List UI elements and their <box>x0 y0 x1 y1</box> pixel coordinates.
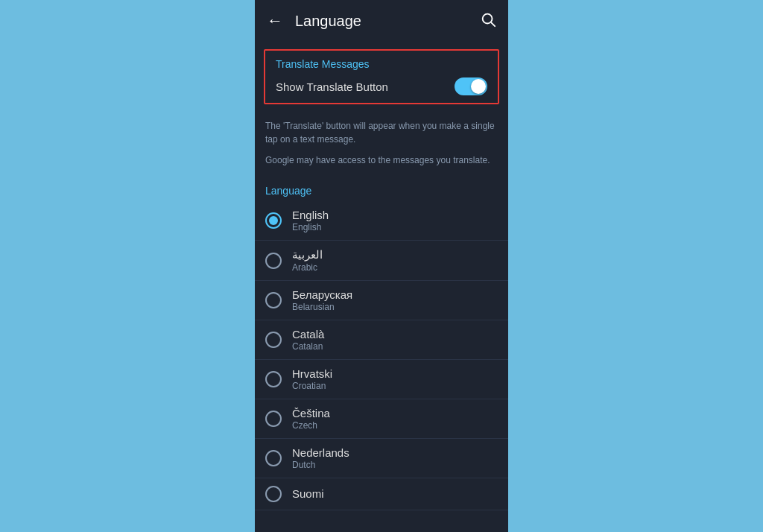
lang-text-finnish: Suomi <box>292 487 324 501</box>
toggle-thumb <box>471 79 486 94</box>
hint-text-2: Google may have access to the messages y… <box>255 151 508 177</box>
language-item-english[interactable]: English English <box>255 201 508 241</box>
lang-subtitle-arabic: Arabic <box>292 262 323 273</box>
lang-text-belarusian: Беларуская Belarusian <box>292 288 352 312</box>
show-translate-toggle[interactable] <box>455 77 487 95</box>
lang-text-arabic: العربية Arabic <box>292 248 323 273</box>
svg-point-0 <box>483 13 493 23</box>
lang-name-english: English <box>292 209 329 221</box>
radio-catalan <box>265 332 282 348</box>
language-item-finnish[interactable]: Suomi <box>255 478 508 510</box>
header: ← Language <box>255 0 508 42</box>
content-area: Translate Messages Show Translate Button… <box>255 42 508 532</box>
lang-text-dutch: Nederlands Dutch <box>292 446 349 470</box>
language-item-croatian[interactable]: Hrvatski Croatian <box>255 360 508 399</box>
lang-text-english: English English <box>292 209 329 232</box>
lang-subtitle-croatian: Croatian <box>292 381 332 391</box>
lang-name-croatian: Hrvatski <box>292 367 332 380</box>
lang-name-finnish: Suomi <box>292 487 324 500</box>
lang-name-catalan: Català <box>292 328 324 341</box>
phone-panel: ← Language Translate Messages Show Trans… <box>255 0 508 532</box>
lang-name-arabic: العربية <box>292 248 323 262</box>
lang-name-dutch: Nederlands <box>292 446 349 459</box>
language-item-arabic[interactable]: العربية Arabic <box>255 241 508 281</box>
language-item-czech[interactable]: Čeština Czech <box>255 399 508 439</box>
language-item-belarusian[interactable]: Беларуская Belarusian <box>255 281 508 320</box>
lang-name-czech: Čeština <box>292 407 330 419</box>
translate-toggle-row: Show Translate Button <box>276 77 487 95</box>
hint-text-1: The 'Translate' button will appear when … <box>255 112 508 151</box>
lang-text-croatian: Hrvatski Croatian <box>292 367 332 391</box>
translate-messages-section: Translate Messages Show Translate Button <box>264 49 499 104</box>
radio-croatian <box>265 371 282 387</box>
page-title: Language <box>295 13 480 30</box>
radio-dutch <box>265 450 282 466</box>
radio-inner-english <box>269 216 278 225</box>
language-section-title: Language <box>255 177 508 201</box>
lang-text-catalan: Català Catalan <box>292 328 324 352</box>
lang-subtitle-english: English <box>292 222 329 232</box>
lang-text-czech: Čeština Czech <box>292 407 330 431</box>
radio-belarusian <box>265 292 282 308</box>
search-icon[interactable] <box>480 11 496 31</box>
svg-line-1 <box>492 22 496 26</box>
radio-czech <box>265 411 282 427</box>
lang-subtitle-dutch: Dutch <box>292 460 349 470</box>
back-button[interactable]: ← <box>267 11 283 31</box>
language-item-catalan[interactable]: Català Catalan <box>255 320 508 360</box>
radio-finnish <box>265 486 282 502</box>
radio-english <box>265 212 282 229</box>
lang-name-belarusian: Беларуская <box>292 288 352 301</box>
translate-toggle-label: Show Translate Button <box>276 80 388 93</box>
translate-section-title: Translate Messages <box>276 58 487 70</box>
lang-subtitle-belarusian: Belarusian <box>292 302 352 312</box>
lang-subtitle-czech: Czech <box>292 420 330 431</box>
radio-arabic <box>265 253 282 269</box>
language-item-dutch[interactable]: Nederlands Dutch <box>255 439 508 478</box>
lang-subtitle-catalan: Catalan <box>292 341 324 352</box>
